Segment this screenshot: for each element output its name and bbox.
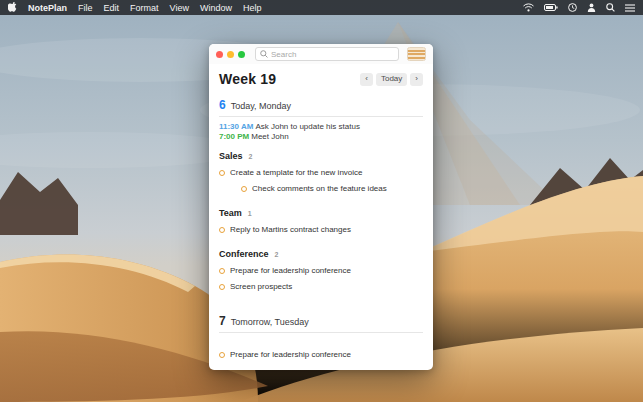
day-header-monday: 6 Today, Monday — [219, 98, 423, 117]
desktop: NotePlan File Edit Format View Window He… — [0, 0, 643, 402]
event-text: Ask John to update his status — [255, 122, 360, 131]
page-title: Week 19 — [219, 71, 276, 87]
zoom-button[interactable] — [238, 51, 245, 58]
todo-row[interactable]: Screen prospects — [219, 282, 423, 291]
event-time: 7:00 PM — [219, 132, 249, 141]
search-input[interactable] — [271, 50, 394, 59]
notification-center-icon[interactable] — [625, 4, 635, 12]
battery-icon[interactable] — [544, 4, 558, 12]
review-list-toggle-icon[interactable] — [407, 47, 426, 61]
event-list: 11:30 AMAsk John to update his status 7:… — [219, 122, 423, 142]
menu-edit[interactable]: Edit — [104, 3, 120, 13]
menu-file[interactable]: File — [78, 3, 93, 13]
todo-circle-icon[interactable] — [219, 268, 225, 274]
event-text: Meet John — [251, 132, 288, 141]
minimize-button[interactable] — [227, 51, 234, 58]
day-label: Today, Monday — [231, 101, 291, 111]
todo-row[interactable]: Create a template for the new invoice — [219, 168, 423, 177]
spotlight-search-icon[interactable] — [606, 3, 615, 12]
section-count-badge: 1 — [248, 210, 252, 217]
menu-bar-status-area — [523, 3, 635, 12]
todo-text: Prepare for leadership conference — [230, 266, 351, 275]
todo-circle-icon[interactable] — [219, 227, 225, 233]
section-title: Conference — [219, 249, 269, 259]
today-button[interactable]: Today — [376, 73, 407, 86]
close-button[interactable] — [216, 51, 223, 58]
wifi-icon[interactable] — [523, 3, 534, 12]
todo-text: Check comments on the feature ideas — [252, 184, 387, 193]
menu-window[interactable]: Window — [200, 3, 232, 13]
week-navigation: ‹ Today › — [360, 73, 423, 86]
menu-app-name[interactable]: NotePlan — [28, 3, 67, 13]
todo-row[interactable]: Prepare for leadership conference — [219, 350, 423, 359]
window-titlebar — [209, 44, 433, 64]
next-week-button[interactable]: › — [410, 73, 423, 86]
menu-help[interactable]: Help — [243, 3, 262, 13]
todo-circle-icon[interactable] — [219, 352, 225, 358]
user-icon[interactable] — [587, 3, 596, 12]
day-number: 6 — [219, 98, 226, 112]
search-field[interactable] — [255, 47, 399, 61]
week-header: Week 19 ‹ Today › — [219, 70, 423, 88]
event-row[interactable]: 11:30 AMAsk John to update his status — [219, 122, 423, 132]
todo-circle-icon[interactable] — [219, 284, 225, 290]
todo-text: Prepare for leadership conference — [230, 350, 351, 359]
section-count-badge: 2 — [275, 251, 279, 258]
section-count-badge: 2 — [249, 153, 253, 160]
day-label: Tomorrow, Tuesday — [231, 317, 309, 327]
search-icon — [260, 50, 268, 58]
clock-icon[interactable] — [568, 3, 577, 12]
event-time: 11:30 AM — [219, 122, 253, 131]
todo-row[interactable]: Prepare for leadership conference — [219, 266, 423, 275]
day-number: 7 — [219, 314, 226, 328]
menu-view[interactable]: View — [170, 3, 189, 13]
prev-week-button[interactable]: ‹ — [360, 73, 373, 86]
day-header-tuesday: 7 Tomorrow, Tuesday — [219, 314, 423, 333]
todo-text: Reply to Martins contract changes — [230, 225, 351, 234]
noteplan-window: Week 19 ‹ Today › 6 Today, Monday 11:30 … — [209, 44, 433, 370]
todo-row[interactable]: Check comments on the feature ideas — [241, 184, 423, 193]
menu-format[interactable]: Format — [130, 3, 159, 13]
section-title: Sales — [219, 151, 243, 161]
todo-circle-icon[interactable] — [241, 186, 247, 192]
section-header-conference: Conference 2 — [219, 249, 423, 259]
todo-text: Screen prospects — [230, 282, 292, 291]
todo-text: Create a template for the new invoice — [230, 168, 363, 177]
section-header-sales: Sales 2 — [219, 151, 423, 161]
section-title: Team — [219, 208, 242, 218]
todo-circle-icon[interactable] — [219, 170, 225, 176]
event-row[interactable]: 7:00 PMMeet John — [219, 132, 423, 142]
note-content: Week 19 ‹ Today › 6 Today, Monday 11:30 … — [209, 70, 433, 370]
menu-bar: NotePlan File Edit Format View Window He… — [0, 0, 643, 15]
todo-row[interactable]: Reply to Martins contract changes — [219, 225, 423, 234]
section-header-team: Team 1 — [219, 208, 423, 218]
apple-logo-icon[interactable] — [8, 2, 17, 13]
